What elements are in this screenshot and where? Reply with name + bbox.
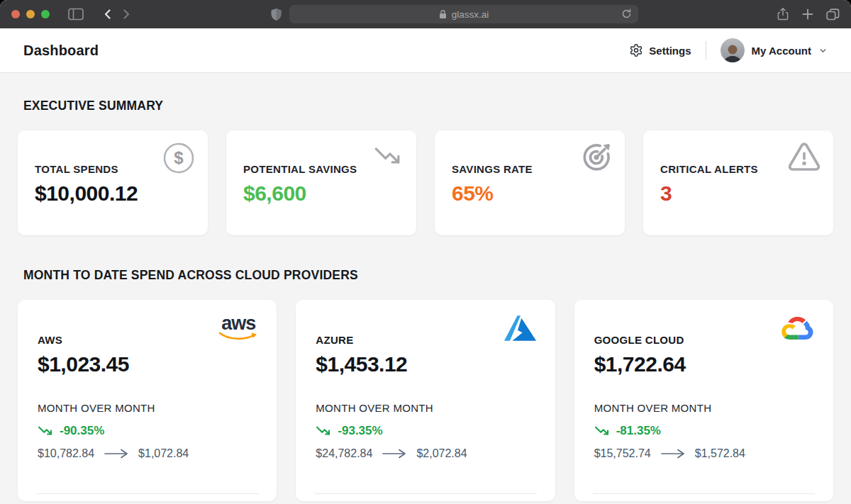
summary-card-potential-savings: POTENTIAL SAVINGS $6,600 bbox=[226, 130, 416, 235]
close-window-icon[interactable] bbox=[11, 10, 20, 18]
share-icon[interactable] bbox=[777, 7, 789, 21]
cloud-spend-value: $1,722.64 bbox=[594, 352, 813, 376]
gear-icon bbox=[629, 43, 643, 57]
dollar-circle-icon: $ bbox=[162, 142, 195, 177]
trend-down-icon bbox=[374, 146, 401, 170]
mom-label: MONTH OVER MONTH bbox=[316, 402, 535, 414]
mom-from-amount: $10,782.84 bbox=[38, 447, 94, 460]
back-icon[interactable] bbox=[102, 9, 113, 20]
svg-text:$: $ bbox=[174, 148, 184, 167]
dashboard-page: Dashboard Settings My Account EXECUTIVE … bbox=[0, 28, 851, 504]
aws-logo-icon: aws bbox=[218, 314, 258, 341]
trend-down-small-icon bbox=[594, 425, 610, 437]
right-arrow-icon bbox=[661, 449, 685, 459]
mom-to-amount: $1,072.84 bbox=[138, 447, 189, 460]
zoom-window-icon[interactable] bbox=[41, 10, 50, 18]
shield-icon[interactable] bbox=[270, 8, 282, 21]
new-tab-icon[interactable] bbox=[802, 9, 813, 20]
section-title-executive-summary: EXECUTIVE SUMMARY bbox=[23, 99, 833, 113]
tabs-icon[interactable] bbox=[826, 9, 840, 21]
right-arrow-icon bbox=[104, 449, 128, 459]
summary-card-value: 65% bbox=[452, 181, 608, 206]
mom-label: MONTH OVER MONTH bbox=[38, 402, 257, 414]
azure-logo-icon bbox=[504, 314, 537, 345]
summary-card-savings-rate: SAVINGS RATE 65% bbox=[435, 130, 625, 235]
cloud-spend-value: $1,453.12 bbox=[316, 352, 535, 376]
mom-to-amount: $2,072.84 bbox=[416, 447, 467, 460]
summary-card-total-spends: $ TOTAL SPENDS $10,000.12 bbox=[18, 130, 208, 235]
traffic-lights bbox=[11, 10, 50, 18]
mom-from-amount: $15,752.74 bbox=[594, 447, 651, 460]
url-bar[interactable]: glassx.ai bbox=[289, 5, 638, 23]
cloud-spend-value: $1,023.45 bbox=[38, 352, 257, 376]
target-goal-icon bbox=[581, 142, 612, 176]
card-divider bbox=[36, 493, 258, 494]
cloud-card-google: GOOGLE CLOUD $1,722.64 MONTH OVER MONTH … bbox=[574, 300, 833, 501]
url-text: glassx.ai bbox=[452, 9, 489, 20]
sidebar-icon[interactable] bbox=[68, 8, 84, 21]
account-menu-button[interactable]: My Account bbox=[721, 38, 828, 62]
section-title-cloud-spend: MONTH TO DATE SPEND ACROSS CLOUD PROVIDE… bbox=[23, 268, 833, 283]
reload-icon[interactable] bbox=[621, 9, 632, 19]
minimize-window-icon[interactable] bbox=[26, 10, 35, 18]
mom-percent: -93.35% bbox=[338, 424, 382, 438]
summary-card-value: $6,600 bbox=[243, 181, 399, 206]
settings-button[interactable]: Settings bbox=[629, 43, 691, 57]
chevron-down-icon bbox=[818, 46, 828, 55]
cloud-card-azure: AZURE $1,453.12 MONTH OVER MONTH -93.35%… bbox=[296, 300, 555, 501]
account-label: My Account bbox=[752, 45, 811, 57]
cloud-provider-label: AZURE bbox=[316, 334, 535, 346]
right-arrow-icon bbox=[382, 449, 406, 459]
summary-card-critical-alerts: CRITICAL ALERTS 3 bbox=[643, 130, 833, 235]
mom-label: MONTH OVER MONTH bbox=[594, 402, 813, 414]
lock-icon bbox=[439, 9, 447, 19]
summary-card-value: $10,000.12 bbox=[35, 181, 191, 206]
avatar bbox=[721, 38, 745, 62]
browser-window: glassx.ai Dashboard Settings bbox=[0, 0, 851, 504]
trend-down-small-icon bbox=[316, 425, 331, 437]
trend-down-small-icon bbox=[38, 425, 53, 437]
mom-percent: -90.35% bbox=[60, 424, 104, 438]
card-divider bbox=[314, 493, 536, 494]
mom-from-amount: $24,782.84 bbox=[316, 447, 372, 460]
card-divider bbox=[593, 493, 815, 494]
warning-triangle-icon bbox=[788, 142, 821, 174]
browser-chrome: glassx.ai bbox=[0, 0, 851, 28]
header-divider bbox=[706, 41, 706, 60]
mom-to-amount: $1,572.84 bbox=[695, 447, 745, 460]
summary-card-grid: $ TOTAL SPENDS $10,000.12 POTENTIAL SAVI… bbox=[18, 130, 833, 235]
page-header: Dashboard Settings My Account bbox=[0, 28, 851, 73]
mom-percent: -81.35% bbox=[616, 424, 661, 438]
cloud-card-aws: aws AWS $1,023.45 MONTH OVER MONTH -90.3… bbox=[18, 300, 277, 501]
cloud-card-grid: aws AWS $1,023.45 MONTH OVER MONTH -90.3… bbox=[18, 300, 833, 501]
forward-icon[interactable] bbox=[121, 9, 132, 20]
settings-label: Settings bbox=[649, 45, 691, 57]
dashboard-main: EXECUTIVE SUMMARY $ TOTAL SPENDS $10,000… bbox=[0, 73, 851, 504]
google-cloud-logo-icon bbox=[779, 314, 815, 346]
page-title: Dashboard bbox=[23, 43, 99, 59]
summary-card-value: 3 bbox=[660, 181, 816, 206]
